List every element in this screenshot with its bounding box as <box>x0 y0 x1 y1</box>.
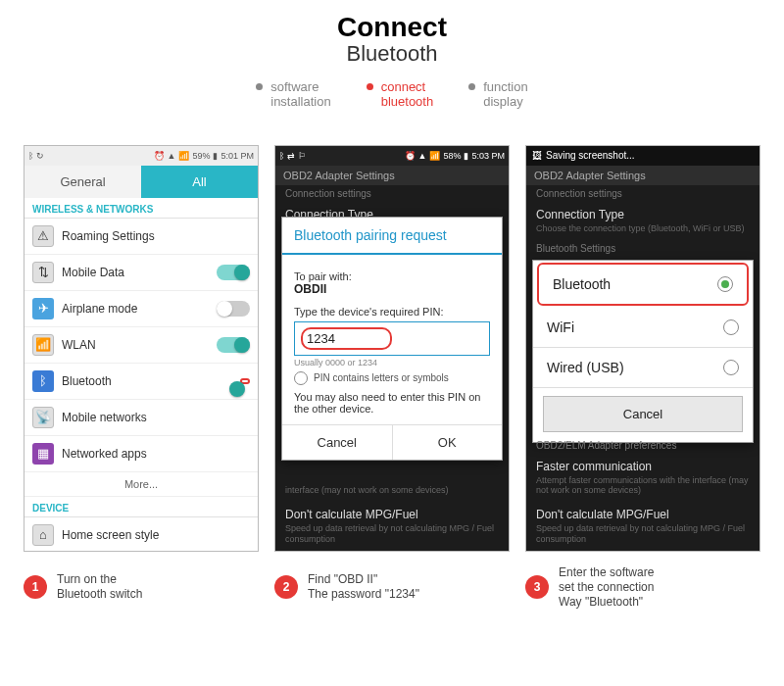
bluetooth-icon: ᛒ <box>32 370 54 392</box>
image-icon: 🖼 <box>532 150 542 161</box>
dialog-title: Bluetooth pairing request <box>282 218 502 255</box>
phone-2-pairing: ᛒ ⇄ ⚐ ⏰ ▲ 📶 58% ▮ 5:03 PM OBD2 Adapter S… <box>274 145 510 552</box>
option-wifi[interactable]: WiFi <box>533 308 753 348</box>
section-label: Connection settings <box>275 185 509 202</box>
step-number-1: 1 <box>24 575 47 599</box>
radio-selected-icon <box>717 276 733 292</box>
antenna-icon: 📡 <box>32 407 54 428</box>
saving-banner: 🖼 Saving screenshot... <box>526 146 760 166</box>
step-number-2: 2 <box>274 575 298 599</box>
subtitle: Bluetooth <box>0 41 784 67</box>
status-bar: ᛒ ⇄ ⚐ ⏰ ▲ 📶 58% ▮ 5:03 PM <box>275 146 509 166</box>
status-bar: ᛒ ↻ ⏰ ▲ 📶 59% ▮ 5:01 PM <box>24 146 258 166</box>
pin-hint: Usually 0000 or 1234 <box>294 358 490 368</box>
option-wired[interactable]: Wired (USB) <box>533 348 753 388</box>
mobile-data-icon: ⇅ <box>32 262 54 283</box>
battery-text: 58% <box>443 151 461 161</box>
row-airplane[interactable]: ✈ Airplane mode <box>24 291 258 327</box>
battery-text: 59% <box>192 151 210 161</box>
section-label: Connection settings <box>526 185 760 202</box>
row-more[interactable]: More... <box>24 472 258 497</box>
phone-1-settings: ᛒ ↻ ⏰ ▲ 📶 59% ▮ 5:01 PM General All WIRE… <box>24 145 259 552</box>
signal-icon: 📶 <box>429 151 440 161</box>
roaming-icon: ⚠ <box>32 225 54 247</box>
flag-icon: ⚐ <box>298 151 306 161</box>
dark-screen: OBD2 Adapter Settings Connection setting… <box>526 166 760 551</box>
cancel-button[interactable]: Cancel <box>543 396 743 432</box>
row-roaming[interactable]: ⚠ Roaming Settings <box>24 219 258 255</box>
row-mobile-networks[interactable]: 📡 Mobile networks <box>24 400 258 436</box>
pin-label: Type the device's required PIN: <box>294 306 490 318</box>
page-header: Connect Bluetooth <box>0 0 784 67</box>
section-wireless: WIRELESS & NETWORKS <box>24 198 258 219</box>
sync-icon: ↻ <box>36 151 44 161</box>
pin-letters-checkbox[interactable]: PIN contains letters or symbols <box>294 371 490 385</box>
pin-note: You may also need to enter this PIN on t… <box>294 391 490 415</box>
section-device: DEVICE <box>24 497 258 517</box>
row-mobile-data[interactable]: ⇅ Mobile Data <box>24 255 258 291</box>
dot-icon <box>367 83 373 90</box>
phone-panels: ᛒ ↻ ⏰ ▲ 📶 59% ▮ 5:01 PM General All WIRE… <box>0 145 784 552</box>
option-bluetooth[interactable]: Bluetooth <box>537 263 749 306</box>
ok-button[interactable]: OK <box>392 425 503 460</box>
airplane-icon: ✈ <box>32 298 54 319</box>
tab-general[interactable]: General <box>24 166 141 198</box>
dot-icon <box>256 83 263 90</box>
bluetooth-icon: ᛒ <box>28 151 33 161</box>
battery-icon: ▮ <box>213 151 218 161</box>
airplane-toggle[interactable] <box>217 301 250 317</box>
screen-title: OBD2 Adapter Settings <box>275 166 509 185</box>
caption-2: 2 Find "OBD II"The password "1234" <box>274 565 510 610</box>
radio-icon <box>723 319 739 335</box>
clock-text: 5:03 PM <box>471 151 505 161</box>
alarm-icon: ⏰ <box>405 151 416 161</box>
highlight-bluetooth-toggle <box>240 378 250 384</box>
tab-all[interactable]: All <box>141 166 258 198</box>
pin-input[interactable]: 1234 <box>294 321 490 356</box>
alarm-icon: ⏰ <box>154 151 165 161</box>
captions: 1 Turn on theBluetooth switch 2 Find "OB… <box>0 565 784 610</box>
wifi-icon: ▲ <box>168 151 176 161</box>
caption-1: 1 Turn on theBluetooth switch <box>24 565 259 610</box>
checkbox-icon <box>294 371 308 385</box>
row-wlan[interactable]: 📶 WLAN <box>24 327 258 364</box>
row-home-screen[interactable]: ⌂ Home screen style <box>24 517 258 552</box>
title: Connect <box>0 14 784 41</box>
section-bt-settings: Bluetooth Settings <box>526 240 760 257</box>
row-bg-1: interface (may not work on some devices) <box>275 477 509 502</box>
radio-icon <box>723 360 739 375</box>
home-icon: ⌂ <box>32 524 54 546</box>
row-bg-2: Don't calculate MPG/Fuel Speed up data r… <box>526 502 760 551</box>
pairing-dialog: Bluetooth pairing request To pair with: … <box>281 217 503 461</box>
screen-title: OBD2 Adapter Settings <box>526 166 760 185</box>
link-icon: ⇄ <box>287 151 295 161</box>
nav-function-display[interactable]: functiondisplay <box>468 80 528 110</box>
phone-3-connection-type: 🖼 Saving screenshot... OBD2 Adapter Sett… <box>525 145 760 552</box>
apps-icon: ▦ <box>32 443 54 465</box>
row-bg-2: Don't calculate MPG/Fuel Speed up data r… <box>275 502 509 551</box>
cancel-button[interactable]: Cancel <box>282 425 392 460</box>
mobile-data-toggle[interactable] <box>217 265 250 280</box>
row-bluetooth[interactable]: ᛒ Bluetooth <box>24 364 258 400</box>
row-bg-0: OBD2/ELM Adapter preferences <box>526 437 760 454</box>
battery-icon: ▮ <box>464 151 468 161</box>
wifi-icon: 📶 <box>32 334 54 356</box>
tabs: General All <box>24 166 258 198</box>
row-bg-1: Faster communication Attempt faster comm… <box>526 454 760 503</box>
step-number-3: 3 <box>525 575 549 599</box>
signal-icon: 📶 <box>178 151 189 161</box>
connection-type-dialog: Bluetooth WiFi Wired (USB) Cancel <box>532 260 754 443</box>
steps-nav: softwareinstallation connectbluetooth fu… <box>0 80 784 110</box>
nav-connect-bluetooth[interactable]: connectbluetooth <box>367 80 434 110</box>
highlight-pin: 1234 <box>301 327 392 350</box>
pair-with-value: OBDII <box>294 282 490 296</box>
row-networked-apps[interactable]: ▦ Networked apps <box>24 436 258 472</box>
dark-screen: OBD2 Adapter Settings Connection setting… <box>275 166 509 551</box>
row-connection-type[interactable]: Connection Type Choose the connection ty… <box>526 202 760 240</box>
wlan-toggle[interactable] <box>217 337 250 353</box>
nav-software-installation[interactable]: softwareinstallation <box>256 80 330 110</box>
dot-icon <box>468 83 475 90</box>
bluetooth-icon: ᛒ <box>279 151 284 161</box>
wifi-icon: ▲ <box>418 151 427 161</box>
pair-with-label: To pair with: <box>294 270 490 282</box>
